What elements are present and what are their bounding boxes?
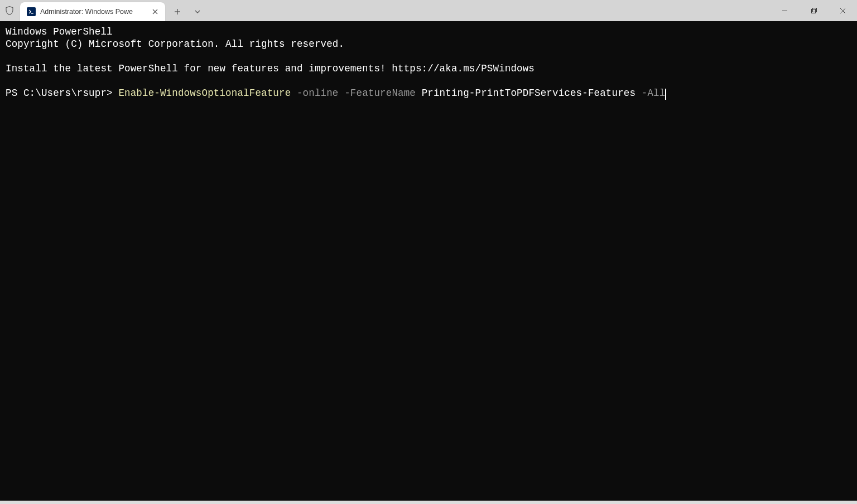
tab-close-button[interactable] [150, 6, 161, 17]
titlebar[interactable]: Administrator: Windows Powe [0, 0, 857, 21]
cmd-value: Printing-PrintToPDFServices-Features [422, 88, 642, 99]
tab-powershell[interactable]: Administrator: Windows Powe [20, 2, 165, 21]
new-tab-button[interactable] [167, 2, 187, 21]
svg-rect-7 [812, 8, 816, 12]
tab-dropdown-button[interactable] [187, 2, 208, 21]
minimize-button[interactable] [770, 0, 799, 21]
cmd-param: -FeatureName [344, 88, 421, 99]
window-controls [770, 0, 857, 21]
tab-title: Administrator: Windows Powe [40, 8, 144, 16]
terminal-body[interactable]: Windows PowerShell Copyright (C) Microso… [0, 21, 857, 501]
text-cursor [665, 89, 666, 100]
powershell-icon [27, 7, 36, 16]
admin-shield-icon [4, 6, 15, 16]
terminal-line: Install the latest PowerShell for new fe… [6, 63, 535, 74]
cmd-param: -online [297, 88, 344, 99]
bottom-edge [0, 501, 857, 504]
cmd-param: -All [642, 88, 666, 99]
terminal-line: Copyright (C) Microsoft Corporation. All… [6, 38, 344, 50]
terminal-line: Windows PowerShell [6, 26, 113, 37]
prompt: PS C:\Users\rsupr> [6, 88, 118, 99]
maximize-button[interactable] [799, 0, 828, 21]
cmd-cmdlet: Enable-WindowsOptionalFeature [118, 88, 297, 99]
svg-rect-6 [811, 9, 815, 13]
close-window-button[interactable] [828, 0, 857, 21]
